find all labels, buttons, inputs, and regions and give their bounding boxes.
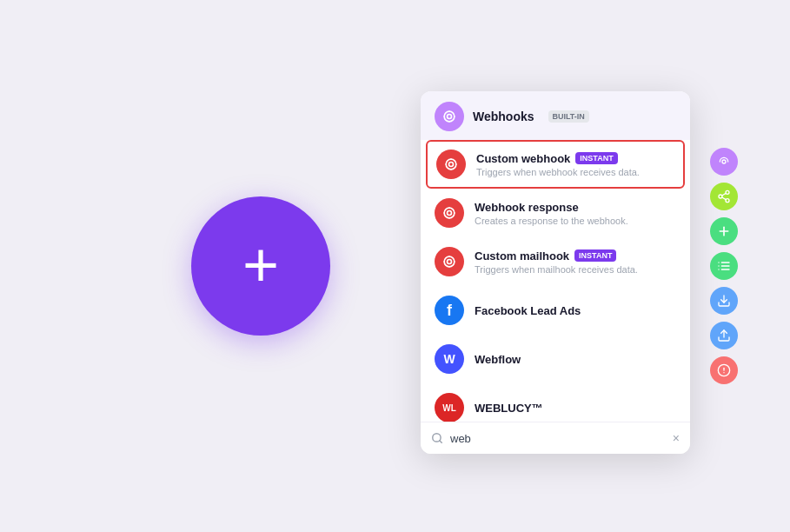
svg-point-2 [448, 211, 452, 216]
webhooks-section-icon [435, 102, 464, 131]
add-trigger-button[interactable] [191, 196, 330, 336]
custom-webhook-subtitle: Triggers when webhook receives data. [476, 167, 640, 177]
app-list: Webhooks Built-in Custom webhook INSTANT [421, 91, 690, 422]
webhook-response-subtitle: Creates a response to the webhook. [475, 216, 628, 226]
sidebar-upload-icon[interactable] [710, 322, 738, 349]
section-header-webhooks: Webhooks Built-in [421, 91, 690, 140]
list-item-custom-mailhook[interactable]: Custom mailhook INSTANT Triggers when ma… [421, 237, 690, 286]
builtin-badge: Built-in [548, 110, 589, 123]
weblucy-content: WEBLUCY™ [475, 402, 543, 415]
search-icon [431, 432, 443, 444]
svg-point-6 [722, 160, 726, 163]
list-item-facebook-lead-ads[interactable]: f Facebook Lead Ads [421, 286, 690, 335]
sidebar-add-icon[interactable] [710, 217, 738, 245]
search-input[interactable] [450, 432, 666, 445]
list-item-webflow[interactable]: W Webflow [421, 335, 690, 383]
svg-line-5 [440, 441, 442, 443]
svg-line-11 [722, 193, 727, 196]
facebook-content: Facebook Lead Ads [475, 304, 581, 317]
weblucy-title: WEBLUCY™ [475, 402, 543, 415]
webflow-title: Webflow [475, 353, 521, 366]
svg-point-0 [448, 115, 452, 119]
list-item-webhook-response[interactable]: Webhook response Creates a response to t… [421, 189, 690, 237]
custom-mailhook-icon [435, 247, 464, 276]
app-selector-dropdown: Webhooks Built-in Custom webhook INSTANT [421, 91, 690, 454]
webhook-response-title: Webhook response [475, 201, 628, 214]
custom-webhook-title: Custom webhook INSTANT [476, 152, 640, 165]
custom-webhook-content: Custom webhook INSTANT Triggers when web… [476, 152, 640, 177]
list-item-weblucy[interactable]: WL WEBLUCY™ [421, 383, 690, 422]
sidebar-webhook-icon[interactable] [710, 148, 738, 176]
svg-point-1 [449, 163, 454, 167]
webhook-response-content: Webhook response Creates a response to t… [475, 201, 628, 226]
custom-webhook-icon [436, 150, 466, 179]
weblucy-icon: WL [435, 393, 464, 422]
custom-mailhook-subtitle: Triggers when mailhook receives data. [475, 264, 638, 275]
search-box: × [421, 422, 690, 454]
instant-badge: INSTANT [575, 152, 617, 164]
custom-mailhook-title: Custom mailhook INSTANT [475, 249, 638, 263]
facebook-title: Facebook Lead Ads [475, 304, 581, 317]
webflow-icon: W [435, 344, 464, 374]
sidebar-download-icon[interactable] [710, 287, 738, 315]
list-item-custom-webhook[interactable]: Custom webhook INSTANT Triggers when web… [426, 140, 685, 189]
webhook-response-icon [435, 198, 464, 228]
right-sidebar [710, 148, 738, 384]
webflow-content: Webflow [475, 353, 521, 366]
mailhook-instant-badge: INSTANT [574, 249, 616, 262]
search-clear-button[interactable]: × [673, 431, 680, 445]
svg-point-3 [448, 260, 452, 264]
svg-line-10 [722, 197, 727, 200]
section-title: Webhooks [473, 110, 534, 123]
sidebar-alert-icon[interactable] [710, 356, 738, 384]
sidebar-share-icon[interactable] [710, 183, 738, 210]
facebook-icon: f [435, 296, 464, 325]
custom-mailhook-content: Custom mailhook INSTANT Triggers when ma… [475, 249, 638, 275]
sidebar-list-icon[interactable] [710, 252, 738, 280]
